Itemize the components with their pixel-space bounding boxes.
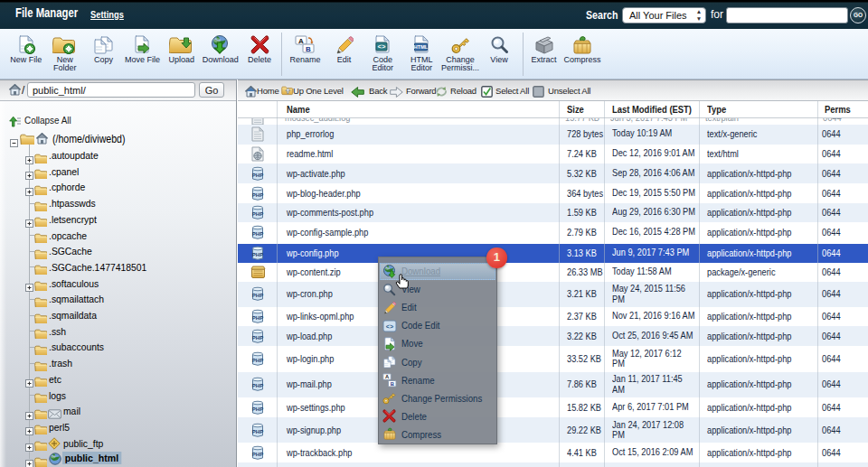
svg-text:<>: <>	[386, 323, 393, 331]
svg-text:PHP: PHP	[252, 383, 263, 388]
svg-text:PHP: PHP	[252, 191, 263, 197]
svg-text:PHP: PHP	[252, 428, 263, 434]
svg-text:PHP: PHP	[252, 406, 263, 411]
svg-text:PHP: PHP	[252, 211, 263, 217]
svg-text:A: A	[298, 37, 304, 45]
svg-text:<>: <>	[378, 43, 387, 51]
svg-text:PHP: PHP	[252, 293, 263, 298]
svg-text:B: B	[306, 45, 311, 53]
svg-text:PHP: PHP	[252, 251, 263, 257]
svg-text:PHP: PHP	[252, 334, 263, 340]
svg-text:PHP: PHP	[252, 231, 263, 237]
svg-text:PHP: PHP	[252, 451, 263, 456]
svg-text:HTML: HTML	[414, 44, 429, 50]
svg-text:B: B	[391, 381, 394, 387]
svg-text:PHP: PHP	[252, 315, 263, 321]
svg-text:PHP: PHP	[252, 172, 263, 177]
svg-text:PHP: PHP	[252, 357, 263, 362]
